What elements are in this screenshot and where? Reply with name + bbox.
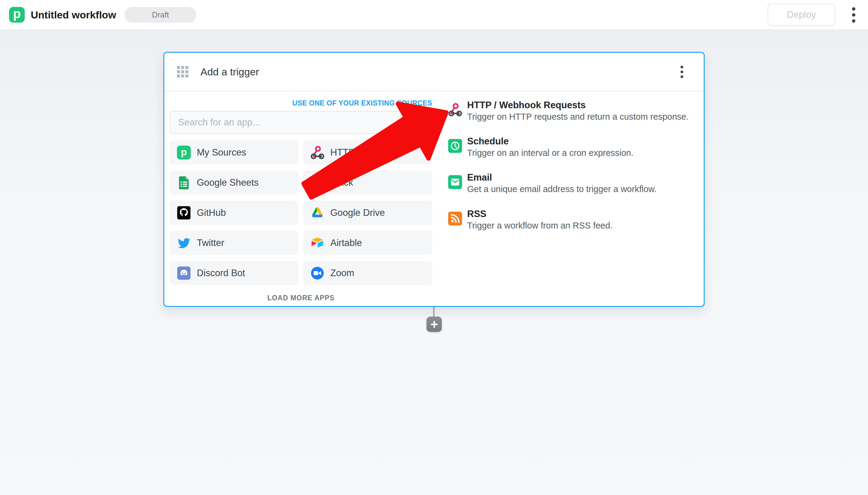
trigger-option-rss[interactable]: RSS Trigger a workflow from an RSS feed. — [448, 209, 677, 239]
trigger-description: Trigger on an interval or a cron express… — [467, 148, 633, 158]
trigger-description: Trigger on HTTP requests and return a cu… — [467, 112, 689, 122]
workflow-canvas: Add a trigger USE ONE OF YOUR EXISTING S… — [0, 30, 868, 495]
trigger-description: Trigger a workflow from an RSS feed. — [467, 221, 612, 231]
discord-icon — [177, 266, 191, 280]
trigger-title: HTTP / Webhook Requests — [467, 100, 586, 110]
app-tile-label: Slack — [330, 177, 353, 188]
airtable-icon — [310, 236, 324, 250]
github-icon — [177, 206, 191, 220]
app-tile-twitter[interactable]: Twitter — [170, 231, 298, 255]
app-tile-label: Twitter — [197, 238, 224, 249]
workflow-menu-kebab-icon[interactable] — [847, 4, 860, 25]
status-badge: Draft — [124, 7, 196, 23]
app-tile-google-drive[interactable]: Google Drive — [303, 201, 432, 225]
webhook-icon — [310, 146, 324, 159]
app-tile-label: Airtable — [330, 238, 362, 249]
node-connector-line — [433, 307, 435, 318]
app-tile-label: Discord Bot — [197, 268, 245, 278]
add-trigger-card: Add a trigger USE ONE OF YOUR EXISTING S… — [163, 52, 705, 307]
app-search-input[interactable] — [170, 111, 432, 134]
trigger-title: RSS — [467, 209, 486, 220]
pipedream-logo-icon[interactable]: p — [9, 7, 25, 23]
email-icon — [448, 175, 462, 189]
trigger-title: Email — [467, 172, 492, 183]
drag-handle-icon[interactable] — [177, 66, 188, 78]
app-tile-label: GitHub — [197, 207, 226, 218]
app-tile-label: Zoom — [330, 268, 354, 278]
twitter-icon — [177, 236, 191, 250]
card-title: Add a trigger — [201, 66, 259, 78]
trigger-option-http-webhook-requests[interactable]: HTTP / Webhook Requests Trigger on HTTP … — [448, 100, 677, 130]
app-tile-label: Google Sheets — [197, 177, 259, 188]
plus-icon — [430, 320, 439, 329]
app-tile-slack[interactable]: Slack — [303, 171, 432, 194]
google-drive-icon — [310, 206, 324, 220]
app-tile-my-sources[interactable]: p My Sources — [170, 140, 298, 164]
app-tile-airtable[interactable]: Airtable — [303, 231, 432, 255]
card-menu-kebab-icon[interactable] — [678, 63, 686, 81]
app-tile-label: Google Drive — [330, 207, 385, 218]
app-tile-http-webhook[interactable]: HTTP / Webhook — [303, 140, 432, 164]
trigger-option-email[interactable]: Email Get a unique email address to trig… — [448, 172, 677, 202]
add-trigger-card-header: Add a trigger — [164, 53, 704, 91]
app-tile-discord-bot[interactable]: Discord Bot — [170, 261, 298, 285]
app-tile-github[interactable]: GitHub — [170, 201, 298, 225]
workflow-title[interactable]: Untitled workflow — [31, 9, 116, 21]
webhook-icon — [448, 103, 462, 117]
top-bar: p Untitled workflow Draft Deploy — [0, 0, 868, 30]
trigger-title: Schedule — [467, 136, 509, 147]
app-tile-label: HTTP / Webhook — [330, 147, 402, 158]
schedule-icon — [448, 139, 462, 153]
rss-icon — [448, 211, 462, 225]
pipedream-icon: p — [177, 146, 191, 159]
app-tile-google-sheets[interactable]: Google Sheets — [170, 171, 298, 194]
deploy-button[interactable]: Deploy — [768, 4, 835, 26]
app-tile-label: My Sources — [197, 147, 246, 158]
trigger-description: Get a unique email address to trigger a … — [467, 184, 657, 194]
slack-icon — [310, 176, 324, 190]
trigger-option-schedule[interactable]: Schedule Trigger on an interval or a cro… — [448, 136, 677, 166]
app-tile-zoom[interactable]: Zoom — [303, 261, 432, 285]
zoom-icon — [310, 266, 324, 280]
google-sheets-icon — [177, 176, 191, 190]
load-more-apps-button[interactable]: LOAD MORE APPS — [170, 294, 432, 302]
existing-sources-link[interactable]: USE ONE OF YOUR EXISTING SOURCES — [170, 99, 432, 107]
add-step-button[interactable] — [427, 317, 442, 332]
